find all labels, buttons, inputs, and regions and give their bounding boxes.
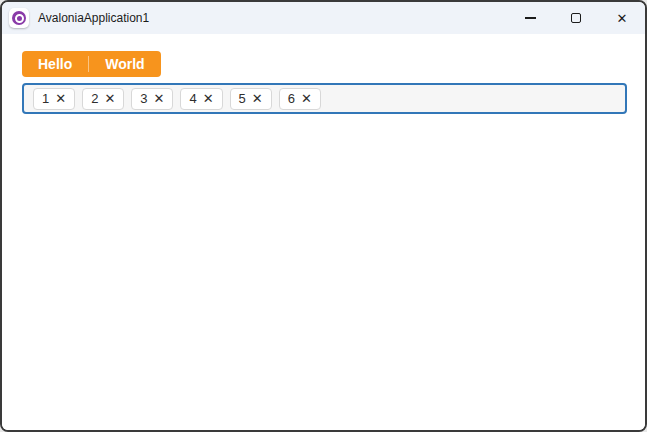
avalonia-logo-icon (9, 8, 29, 28)
maximize-button[interactable] (553, 2, 599, 34)
window-title: AvaloniaApplication1 (38, 11, 149, 25)
chip-2: 2 ✕ (82, 88, 124, 110)
segment-world[interactable]: World (89, 51, 160, 77)
maximize-icon (571, 13, 581, 23)
chip-label: 4 (189, 92, 196, 105)
titlebar[interactable]: AvaloniaApplication1 ✕ (2, 2, 645, 34)
chip-5: 5 ✕ (230, 88, 272, 110)
chip-remove-button[interactable]: ✕ (301, 92, 312, 105)
segmented-control: Hello World (22, 51, 161, 77)
chip-remove-button[interactable]: ✕ (55, 92, 66, 105)
close-icon: ✕ (617, 12, 628, 25)
chip-remove-button[interactable]: ✕ (203, 92, 214, 105)
chip-remove-button[interactable]: ✕ (154, 92, 165, 105)
chip-remove-button[interactable]: ✕ (104, 92, 115, 105)
minimize-button[interactable] (507, 2, 553, 34)
chip-1: 1 ✕ (33, 88, 75, 110)
chip-label: 5 (239, 92, 246, 105)
content-area: Hello World 1 ✕ 2 ✕ 3 ✕ 4 ✕ 5 ✕ (2, 34, 645, 430)
close-button[interactable]: ✕ (599, 2, 645, 34)
chip-remove-button[interactable]: ✕ (252, 92, 263, 105)
app-window: AvaloniaApplication1 ✕ Hello World 1 ✕ 2… (0, 0, 647, 432)
chip-label: 3 (140, 92, 147, 105)
tag-input-box[interactable]: 1 ✕ 2 ✕ 3 ✕ 4 ✕ 5 ✕ 6 ✕ (22, 83, 627, 114)
chip-label: 6 (288, 92, 295, 105)
chip-3: 3 ✕ (131, 88, 173, 110)
chip-label: 2 (91, 92, 98, 105)
segment-hello[interactable]: Hello (22, 51, 88, 77)
chip-4: 4 ✕ (180, 88, 222, 110)
minimize-icon (525, 17, 536, 18)
chip-label: 1 (42, 92, 49, 105)
chip-6: 6 ✕ (279, 88, 321, 110)
